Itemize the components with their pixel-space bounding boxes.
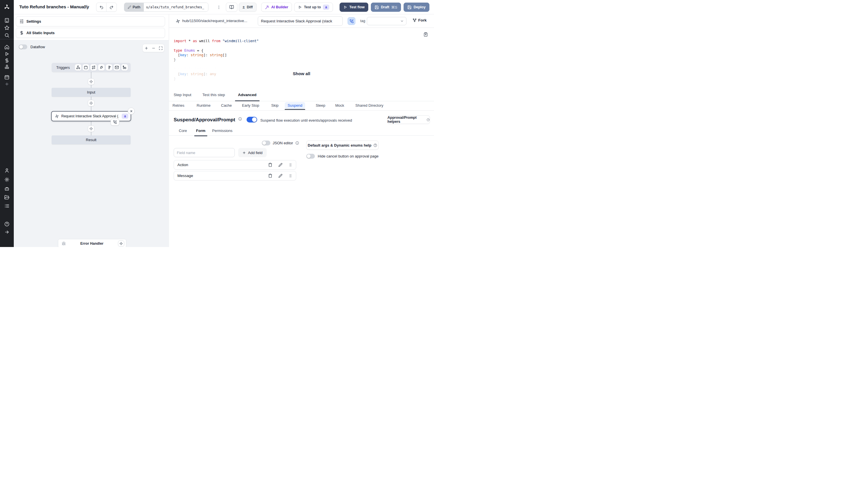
settings-gear-icon[interactable] xyxy=(0,175,14,184)
error-handler-node[interactable]: Error Handler xyxy=(58,239,126,247)
zoom-in-icon[interactable] xyxy=(144,46,148,50)
json-editor-toggle[interactable] xyxy=(262,140,271,146)
delete-field-icon[interactable] xyxy=(268,174,272,178)
fit-view-icon[interactable] xyxy=(159,46,163,50)
suspend-step-badge[interactable] xyxy=(111,118,119,126)
poll-icon[interactable] xyxy=(122,64,128,71)
subtab-skip[interactable]: Skip xyxy=(271,103,278,108)
help-circle-icon xyxy=(373,144,377,147)
form-field-row[interactable]: Action xyxy=(174,160,296,170)
audit-logs-icon[interactable] xyxy=(0,202,14,210)
docs-button[interactable] xyxy=(226,3,237,12)
suspend-section-title: Suspend/Approval/Prompt xyxy=(174,117,242,123)
triggers-node[interactable]: Triggers xyxy=(52,63,131,72)
subtab-suspend[interactable]: Suspend xyxy=(285,102,305,109)
suspend-toggle[interactable] xyxy=(246,117,257,122)
tag-select[interactable] xyxy=(367,17,406,25)
search-icon[interactable] xyxy=(0,31,14,40)
path-edit-button[interactable]: Path xyxy=(124,3,144,12)
workers-icon[interactable] xyxy=(0,185,14,193)
drag-handle-icon[interactable] xyxy=(289,163,293,167)
git-fork-icon xyxy=(412,18,417,22)
path-input[interactable] xyxy=(144,3,208,12)
book-icon xyxy=(229,5,234,10)
dataflow-toggle[interactable] xyxy=(19,44,27,49)
dataflow-label: Dataflow xyxy=(31,45,45,49)
subtab-runtime[interactable]: Runtime xyxy=(197,103,210,108)
delete-field-icon[interactable] xyxy=(268,163,272,167)
test-flow-button[interactable]: Test flow xyxy=(339,3,368,12)
insert-step-button[interactable] xyxy=(88,100,94,107)
subtab-sleep[interactable]: Sleep xyxy=(316,103,325,108)
websocket-icon[interactable] xyxy=(98,64,105,71)
email-icon[interactable] xyxy=(114,64,120,71)
subtab-early-stop[interactable]: Early Stop xyxy=(242,103,259,108)
subtab-mock[interactable]: Mock xyxy=(335,103,344,108)
tab-step-input[interactable]: Step Input xyxy=(174,93,191,100)
json-editor-control: JSON editor xyxy=(262,140,299,146)
input-node[interactable]: Input xyxy=(52,88,131,97)
add-error-handler-button[interactable] xyxy=(118,241,124,247)
tab-advanced[interactable]: Advanced xyxy=(235,93,259,101)
add-field-button[interactable]: Add field xyxy=(238,148,267,157)
test-up-to-button[interactable]: Test up to a xyxy=(294,3,333,12)
undo-button[interactable] xyxy=(96,3,107,12)
delete-step-button[interactable] xyxy=(128,108,135,114)
tab-form[interactable]: Form xyxy=(194,129,207,136)
subtab-retries[interactable]: Retries xyxy=(172,103,184,108)
tab-core[interactable]: Core xyxy=(179,129,187,135)
more-options-icon[interactable] xyxy=(217,4,221,11)
subtab-shared-directory[interactable]: Shared Directory xyxy=(355,103,384,108)
folders-icon[interactable] xyxy=(0,193,14,202)
form-field-row[interactable]: Message xyxy=(174,171,296,180)
subtab-cache[interactable]: Cache xyxy=(221,103,232,108)
info-icon[interactable] xyxy=(295,141,299,145)
field-name-input[interactable] xyxy=(174,148,235,157)
route-icon[interactable] xyxy=(90,64,97,71)
flow-settings-card[interactable]: Settings xyxy=(16,16,165,26)
windmill-logo[interactable] xyxy=(0,0,14,14)
edit-field-icon[interactable] xyxy=(278,163,282,167)
info-icon[interactable] xyxy=(238,117,242,121)
save-icon xyxy=(407,5,412,10)
suspend-indicator-button[interactable] xyxy=(348,17,355,25)
clipboard-icon[interactable] xyxy=(423,32,428,37)
expand-sidebar-icon[interactable] xyxy=(0,228,14,236)
draft-button[interactable]: Draft ⌘S xyxy=(371,3,401,12)
redo-button[interactable] xyxy=(107,3,116,12)
tab-permissions[interactable]: Permissions xyxy=(212,129,233,135)
insert-step-button[interactable] xyxy=(88,125,94,132)
static-inputs-card[interactable]: All Static Inputs xyxy=(16,28,165,38)
slack-icon xyxy=(55,114,59,118)
code-editor[interactable]: import * as wmill from "windmill-client"… xyxy=(174,29,426,90)
approval-helpers-button[interactable]: Approval/Prompt helpers xyxy=(387,115,430,124)
insert-step-button[interactable] xyxy=(88,78,94,85)
flow-canvas[interactable]: Dataflow Triggers Input Requ xyxy=(14,40,169,247)
fork-button[interactable]: Fork xyxy=(412,18,427,22)
webhook-icon[interactable] xyxy=(75,64,81,71)
schedule-icon[interactable] xyxy=(83,64,89,71)
kafka-icon[interactable] xyxy=(106,64,112,71)
hub-script-path[interactable]: hub/11500/slack/request_interactive... xyxy=(182,19,247,23)
step-name-input[interactable] xyxy=(258,16,343,26)
result-node[interactable]: Result xyxy=(52,135,131,144)
user-icon[interactable] xyxy=(0,166,14,175)
edit-field-icon[interactable] xyxy=(278,174,282,178)
edit-title-icon[interactable] xyxy=(84,5,88,9)
show-all-button[interactable]: Show all xyxy=(169,71,434,76)
flow-title: Tuto Refund branches - Manually xyxy=(19,4,89,10)
resources-icon[interactable] xyxy=(0,62,14,71)
help-icon[interactable] xyxy=(0,220,14,228)
sliders-icon xyxy=(19,19,24,23)
ai-builder-button[interactable]: AI Builder xyxy=(261,3,292,12)
add-menu-icon[interactable] xyxy=(0,80,14,88)
app-sidebar xyxy=(0,0,14,247)
default-args-help-button[interactable]: Default args & Dynamic enums help xyxy=(306,140,378,150)
hide-cancel-toggle[interactable] xyxy=(306,154,315,159)
deploy-button[interactable]: Deploy xyxy=(404,3,429,12)
diff-button[interactable]: ±Diff xyxy=(239,3,257,12)
zoom-out-icon[interactable] xyxy=(151,46,155,50)
drag-handle-icon[interactable] xyxy=(289,174,293,178)
undo-redo-group xyxy=(96,3,117,12)
tab-test-this-step[interactable]: Test this step xyxy=(202,93,225,100)
